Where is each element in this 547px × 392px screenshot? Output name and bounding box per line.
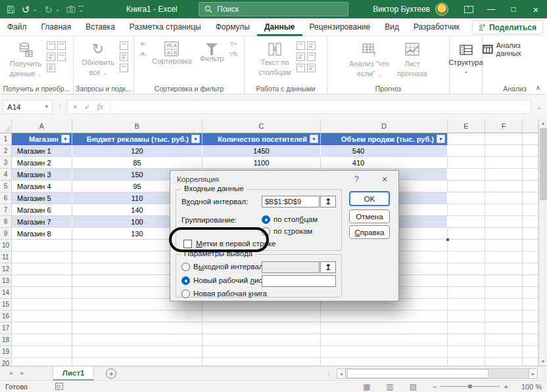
grid-cell[interactable] xyxy=(12,346,72,358)
grid-cell[interactable] xyxy=(448,334,485,346)
grid-cell[interactable] xyxy=(12,251,72,263)
selection-fill-handle[interactable] xyxy=(446,238,450,242)
maximize-button[interactable]: □ xyxy=(502,0,525,18)
grid-cell[interactable] xyxy=(485,133,523,145)
grid-cell[interactable] xyxy=(321,311,448,322)
horizontal-scrollbar[interactable]: ◄ ► xyxy=(337,368,538,379)
grid-cell[interactable] xyxy=(202,358,321,366)
row-header-4[interactable]: 4 xyxy=(0,169,12,181)
grid-cell[interactable] xyxy=(448,204,485,216)
grid-cell[interactable] xyxy=(321,334,448,346)
column-header-E[interactable]: E xyxy=(448,119,485,133)
grid-cell[interactable] xyxy=(448,287,485,299)
grid-cell[interactable] xyxy=(72,346,202,358)
grid-cell[interactable] xyxy=(12,240,72,251)
ribbon-tab-главная[interactable]: Главная xyxy=(34,18,79,36)
grid-cell[interactable] xyxy=(448,192,485,204)
row-header-2[interactable]: 2 xyxy=(0,145,12,157)
grid-cell[interactable] xyxy=(448,299,485,311)
grid-cell[interactable] xyxy=(321,346,448,358)
row-header-11[interactable]: 11 xyxy=(0,251,12,263)
grid-cell[interactable] xyxy=(448,145,485,157)
filter-button[interactable]: ▾ xyxy=(191,135,200,143)
grid-cell[interactable] xyxy=(523,181,538,192)
vertical-scrollbar[interactable]: ▲ ▼ xyxy=(538,119,547,366)
scroll-up-icon[interactable]: ▲ xyxy=(539,119,547,127)
row-header-12[interactable]: 12 xyxy=(0,263,12,275)
output-interval-field[interactable] xyxy=(262,261,320,273)
zoom-level[interactable]: 100 % xyxy=(521,383,542,391)
vertical-scrollbar-thumb[interactable] xyxy=(540,128,547,200)
grid-cell[interactable] xyxy=(485,263,523,275)
grid-cell[interactable]: 410 xyxy=(321,157,448,169)
ribbon-display-options-button[interactable] xyxy=(458,0,480,18)
grid-cell[interactable] xyxy=(485,251,523,263)
zoom-slider-thumb[interactable] xyxy=(468,385,472,388)
grid-cell[interactable] xyxy=(72,322,202,334)
name-box[interactable]: A14 ▼ xyxy=(3,100,53,114)
grid-cell[interactable]: 540 xyxy=(321,145,448,157)
row-header-14[interactable]: 14 xyxy=(0,287,12,299)
grid-cell[interactable] xyxy=(485,169,523,181)
ribbon-tab-разметка-страницы[interactable]: Разметка страницы xyxy=(122,18,208,36)
grid-cell[interactable] xyxy=(485,216,523,228)
row-header-17[interactable]: 17 xyxy=(0,322,12,334)
grid-cell[interactable]: Магазин 3 xyxy=(12,169,72,181)
grid-cell[interactable] xyxy=(523,169,538,181)
search-input[interactable]: Поиск xyxy=(199,2,348,16)
grid-cell[interactable]: Магазин 7 xyxy=(12,216,72,228)
grid-cell[interactable] xyxy=(485,181,523,192)
new-worksheet-field[interactable] xyxy=(262,275,336,287)
grid-cell[interactable] xyxy=(485,228,523,240)
filter-button[interactable]: ▾ xyxy=(437,135,445,143)
macro-record-icon[interactable] xyxy=(55,383,63,390)
grid-cell[interactable] xyxy=(485,311,523,322)
ribbon-tab-файл[interactable]: Файл xyxy=(0,18,34,36)
name-box-dropdown-icon[interactable]: ▼ xyxy=(44,104,49,110)
row-header-7[interactable]: 7 xyxy=(0,204,12,216)
grid-cell[interactable] xyxy=(448,275,485,287)
grid-cell[interactable] xyxy=(523,263,538,275)
grid-cell[interactable] xyxy=(448,263,485,275)
grid-cell[interactable] xyxy=(523,311,538,322)
table-header-cell[interactable]: Количество посетителей▾ xyxy=(202,133,321,145)
grid-cell[interactable] xyxy=(485,287,523,299)
grid-cell[interactable] xyxy=(523,346,538,358)
filter-button[interactable]: ▾ xyxy=(61,135,70,143)
save-icon[interactable] xyxy=(7,5,15,14)
grid-cell[interactable] xyxy=(523,157,538,169)
grid-cell[interactable] xyxy=(485,157,523,169)
formula-input[interactable] xyxy=(111,100,532,114)
grid-cell[interactable] xyxy=(12,287,72,299)
grid-cell[interactable] xyxy=(485,204,523,216)
column-header-C[interactable]: C xyxy=(202,119,321,133)
grid-cell[interactable]: 120 xyxy=(72,145,202,157)
help-button[interactable]: Справка xyxy=(349,225,390,239)
grid-cell[interactable] xyxy=(72,311,202,322)
grid-cell[interactable] xyxy=(448,169,485,181)
user-avatar[interactable] xyxy=(435,3,448,16)
grid-cell[interactable] xyxy=(523,228,538,240)
share-button[interactable]: Поделиться xyxy=(472,20,543,34)
data-analysis-button[interactable]: Анализ данных xyxy=(483,41,547,57)
new-workbook-radio[interactable] xyxy=(181,290,190,298)
grid-cell[interactable] xyxy=(321,322,448,334)
undo-icon[interactable]: ↺ xyxy=(22,5,30,14)
row-header-3[interactable]: 3 xyxy=(0,157,12,169)
grid-cell[interactable] xyxy=(202,334,321,346)
grid-cell[interactable] xyxy=(448,346,485,358)
range-picker-button[interactable]: ↥ xyxy=(320,196,336,207)
output-range-picker-button[interactable]: ↥ xyxy=(320,261,336,273)
grid-cell[interactable] xyxy=(202,311,321,322)
select-all-corner[interactable] xyxy=(0,119,12,133)
close-button[interactable]: × xyxy=(525,0,547,18)
insert-function-icon[interactable]: fx xyxy=(97,102,103,112)
ribbon-tab-формулы[interactable]: Формулы xyxy=(208,18,257,36)
row-header-10[interactable]: 10 xyxy=(0,240,12,251)
new-sheet-button[interactable]: + xyxy=(106,368,116,379)
outline-button[interactable]: Структура ⌄ xyxy=(446,40,485,76)
grid-cell[interactable] xyxy=(523,358,538,366)
by-columns-radio[interactable] xyxy=(262,215,270,224)
grid-cell[interactable]: Магазин 5 xyxy=(12,192,72,204)
grid-cell[interactable] xyxy=(523,275,538,287)
